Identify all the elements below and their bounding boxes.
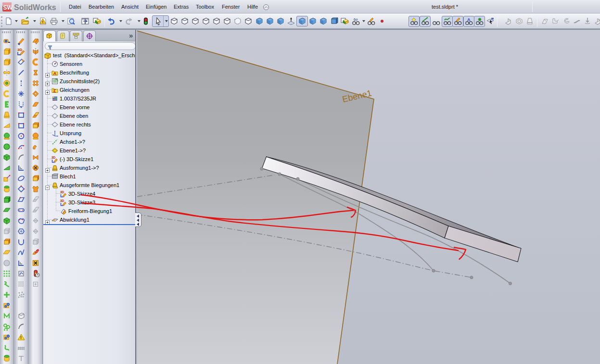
svg-text:A: A bbox=[53, 71, 57, 76]
svg-text:SW: SW bbox=[3, 4, 13, 11]
svg-text:3D: 3D bbox=[60, 190, 64, 194]
svg-text:Σ: Σ bbox=[53, 88, 56, 93]
svg-text:6σ: 6σ bbox=[354, 18, 358, 21]
svg-text:3D: 3D bbox=[17, 48, 22, 52]
svg-text:3D: 3D bbox=[60, 199, 64, 202]
svg-text:!: ! bbox=[20, 335, 22, 340]
svg-text:SolidWorks: SolidWorks bbox=[14, 3, 56, 12]
svg-text:!: ! bbox=[42, 20, 44, 24]
svg-text:A: A bbox=[467, 17, 471, 22]
svg-text:3D: 3D bbox=[51, 156, 56, 159]
